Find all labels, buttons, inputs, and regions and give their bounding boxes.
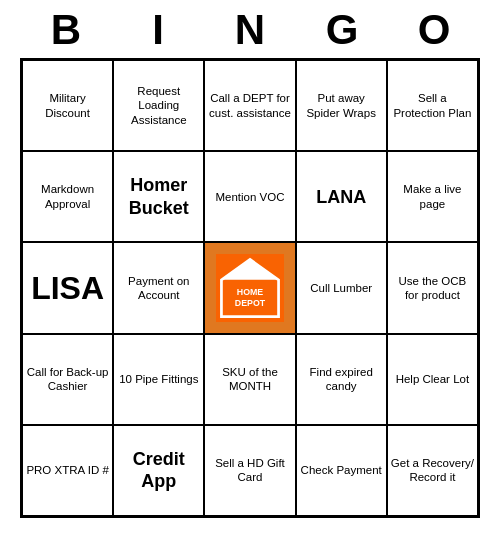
bingo-cell-23: Check Payment [296,425,387,516]
bingo-cell-21: Credit App [113,425,204,516]
bingo-cell-13: Cull Lumber [296,242,387,333]
bingo-cell-16: 10 Pipe Fittings [113,334,204,425]
header-o: O [396,6,472,54]
bingo-cell-14: Use the OCB for product [387,242,478,333]
bingo-cell-5: Markdown Approval [22,151,113,242]
bingo-cell-8: LANA [296,151,387,242]
header-g: G [304,6,380,54]
header-b: B [28,6,104,54]
bingo-cell-18: Find expired candy [296,334,387,425]
svg-text:HOME: HOME [237,287,264,297]
bingo-cell-2: Call a DEPT for cust. assistance [204,60,295,151]
header-i: I [120,6,196,54]
bingo-cell-3: Put away Spider Wraps [296,60,387,151]
bingo-cell-24: Get a Recovery/ Record it [387,425,478,516]
bingo-cell-1: Request Loading Assistance [113,60,204,151]
bingo-cell-12: HOME DEPOT [204,242,295,333]
bingo-cell-7: Mention VOC [204,151,295,242]
bingo-cell-20: PRO XTRA ID # [22,425,113,516]
bingo-cell-17: SKU of the MONTH [204,334,295,425]
bingo-cell-9: Make a live page [387,151,478,242]
bingo-cell-19: Help Clear Lot [387,334,478,425]
bingo-header: B I N G O [20,0,480,58]
bingo-cell-22: Sell a HD Gift Card [204,425,295,516]
bingo-cell-15: Call for Back-up Cashier [22,334,113,425]
bingo-grid: Military DiscountRequest Loading Assista… [20,58,480,518]
bingo-cell-11: Payment on Account [113,242,204,333]
bingo-cell-6: Homer Bucket [113,151,204,242]
bingo-cell-0: Military Discount [22,60,113,151]
bingo-cell-10: LISA [22,242,113,333]
svg-text:DEPOT: DEPOT [235,298,266,308]
bingo-cell-4: Sell a Protection Plan [387,60,478,151]
header-n: N [212,6,288,54]
